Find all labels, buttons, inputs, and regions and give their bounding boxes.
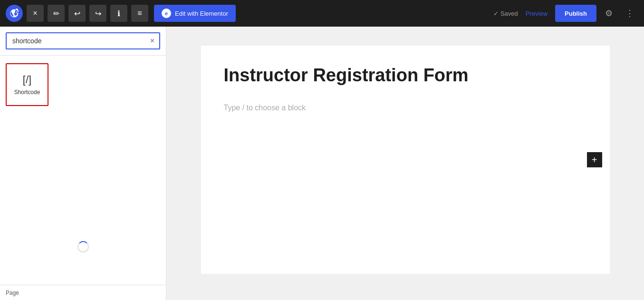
elementor-icon: e	[162, 9, 171, 18]
undo-icon: ↩	[74, 9, 80, 18]
loading-spinner	[77, 241, 89, 252]
sidebar-loading-spinner	[77, 241, 89, 252]
clear-search-button[interactable]: ×	[145, 37, 159, 45]
preview-button[interactable]: Preview	[522, 10, 551, 17]
settings-button[interactable]: ⚙	[600, 5, 617, 22]
editor-content: Instructor Registration Form Type / to c…	[201, 46, 610, 274]
saved-indicator: ✓ Saved	[493, 10, 518, 17]
redo-icon: ↪	[95, 9, 101, 18]
page-title: Instructor Registration Form	[224, 65, 587, 87]
toolbar: × ✏ ↩ ↪ ℹ ≡ e Edit with Elementor ✓ Save…	[0, 0, 644, 27]
publish-label: Publish	[565, 10, 587, 17]
info-icon: ℹ	[117, 9, 120, 18]
shortcode-icon: [/]	[23, 74, 31, 86]
block-placeholder[interactable]: Type / to choose a block	[224, 102, 587, 114]
plus-icon: +	[592, 155, 597, 165]
page-label: Page	[0, 285, 166, 300]
page-label-text: Page	[6, 290, 19, 296]
close-icon: ×	[33, 9, 37, 18]
clear-icon: ×	[150, 37, 154, 45]
more-icon: ⋮	[625, 8, 634, 19]
list-icon: ≡	[137, 9, 142, 18]
info-button[interactable]: ℹ	[110, 5, 127, 22]
sidebar: × [/] Shortcode Page	[0, 27, 166, 300]
edit-pen-button[interactable]: ✏	[48, 5, 65, 22]
pen-icon: ✏	[53, 9, 59, 18]
search-area: ×	[0, 27, 166, 56]
editor-area: Instructor Registration Form Type / to c…	[166, 27, 644, 300]
search-input[interactable]	[7, 33, 145, 48]
block-items-area: [/] Shortcode	[0, 56, 166, 114]
undo-button[interactable]: ↩	[68, 5, 86, 22]
saved-label: Saved	[500, 10, 518, 17]
check-icon: ✓	[493, 10, 499, 17]
list-button[interactable]: ≡	[131, 5, 148, 22]
preview-label: Preview	[526, 10, 548, 17]
elementor-btn-label: Edit with Elementor	[175, 10, 228, 17]
search-input-wrapper: ×	[6, 32, 160, 49]
edit-with-elementor-button[interactable]: e Edit with Elementor	[154, 5, 236, 22]
redo-button[interactable]: ↪	[89, 5, 106, 22]
add-block-button[interactable]: +	[587, 152, 602, 167]
publish-button[interactable]: Publish	[555, 5, 596, 22]
gear-icon: ⚙	[605, 8, 613, 19]
shortcode-block-item[interactable]: [/] Shortcode	[6, 63, 48, 106]
main-layout: × [/] Shortcode Page Instructor Registra…	[0, 27, 644, 300]
close-button[interactable]: ×	[27, 5, 44, 22]
more-options-button[interactable]: ⋮	[621, 5, 638, 22]
shortcode-label: Shortcode	[14, 89, 40, 96]
wp-logo-button[interactable]	[6, 5, 23, 22]
